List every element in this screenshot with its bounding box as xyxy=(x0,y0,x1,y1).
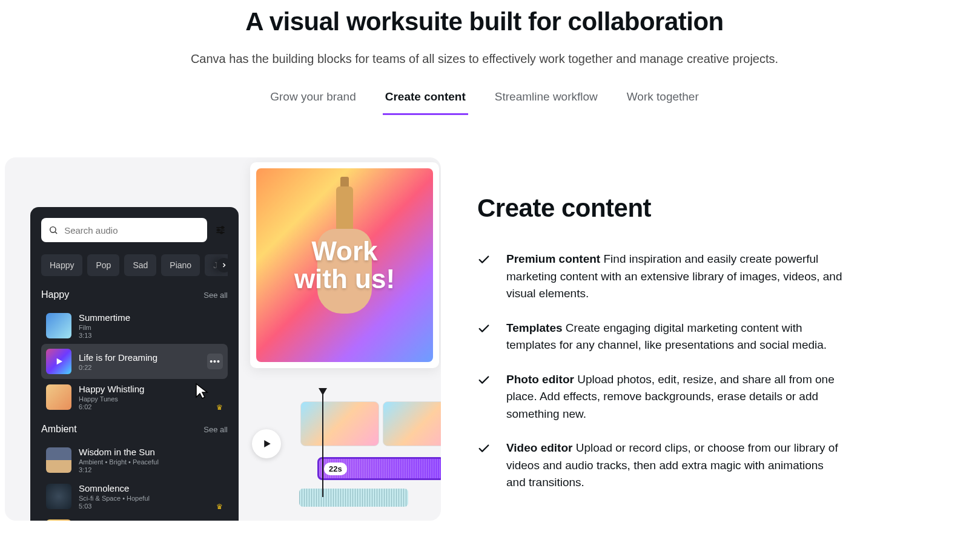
feature-text: Premium content Find inspiration and eas… xyxy=(506,251,843,303)
chip-pop[interactable]: Pop xyxy=(87,254,119,276)
tab-create-content[interactable]: Create content xyxy=(383,84,468,115)
audio-track[interactable]: Wisdom in the SunAmbient • Bright • Peac… xyxy=(41,442,228,478)
chip-sad[interactable]: Sad xyxy=(124,254,156,276)
section-title: Happy xyxy=(41,289,69,300)
audio-track[interactable]: SomnolenceSci-fi & Space • Hopeful5:03♛ xyxy=(41,478,228,515)
chip-piano[interactable]: Piano xyxy=(161,254,200,276)
check-icon xyxy=(477,374,491,389)
play-icon xyxy=(46,349,71,374)
track-meta: Sci-fi & Space • Hopeful xyxy=(79,495,223,502)
audio-track-primary[interactable]: 22s xyxy=(317,457,441,480)
track-thumbnail xyxy=(46,519,71,521)
feature-text: Video editor Upload or record clips, or … xyxy=(506,440,843,492)
sliders-icon xyxy=(214,224,227,236)
playhead-line[interactable] xyxy=(322,394,323,497)
track-duration: 3:13 xyxy=(79,332,223,339)
search-input-container[interactable] xyxy=(41,218,207,242)
audio-track-secondary[interactable] xyxy=(299,489,408,507)
svg-point-5 xyxy=(222,226,223,228)
track-thumbnail xyxy=(46,484,71,509)
feature-item: Photo editor Upload photos, edit, resize… xyxy=(477,371,843,423)
feature-item: Video editor Upload or record clips, or … xyxy=(477,440,843,492)
illustration-panel: Workwith us! HappyPopSadPianoJazzBir xyxy=(5,157,441,521)
page-subhead: Canva has the building blocks for teams … xyxy=(0,52,969,66)
feature-tabs: Grow your brandCreate contentStreamline … xyxy=(0,84,969,115)
check-icon xyxy=(477,253,491,269)
track-name: Somnolence xyxy=(79,483,223,493)
feature-text: Templates Create engaging digital market… xyxy=(506,320,843,354)
video-clip[interactable] xyxy=(300,401,379,446)
preview-text: Workwith us! xyxy=(294,237,395,293)
crown-icon: ♛ xyxy=(216,403,223,412)
chip-row: HappyPopSadPianoJazzBir xyxy=(41,254,228,276)
track-thumbnail xyxy=(46,447,71,473)
chevron-right-icon xyxy=(220,262,228,269)
svg-line-1 xyxy=(55,232,57,234)
feature-text: Photo editor Upload photos, edit, resize… xyxy=(506,371,843,423)
check-icon xyxy=(477,442,491,458)
section-title: Create content xyxy=(477,194,843,223)
chip-scroll-right[interactable] xyxy=(217,258,228,272)
track-meta: Film xyxy=(79,324,223,331)
track-duration: 6:02 xyxy=(79,403,223,410)
audio-duration-badge: 22s xyxy=(324,463,347,475)
track-duration: 0:22 xyxy=(79,364,200,371)
canvas-preview[interactable]: Workwith us! xyxy=(250,162,439,368)
feature-item: Templates Create engaging digital market… xyxy=(477,320,843,354)
page-headline: A visual worksuite built for collaborati… xyxy=(0,7,969,36)
track-name: Summertime xyxy=(79,312,223,323)
search-icon xyxy=(48,225,58,236)
section-title: Ambient xyxy=(41,424,77,435)
audio-sidebar: HappyPopSadPianoJazzBir HappySee allSumm… xyxy=(30,207,239,521)
track-name: Wisdom in the Sun xyxy=(79,447,223,457)
feature-list: Premium content Find inspiration and eas… xyxy=(477,251,843,492)
svg-point-6 xyxy=(217,229,219,231)
filter-button[interactable] xyxy=(213,223,228,237)
feature-item: Premium content Find inspiration and eas… xyxy=(477,251,843,303)
svg-point-7 xyxy=(220,232,222,234)
see-all-link[interactable]: See all xyxy=(203,425,228,434)
svg-point-0 xyxy=(50,227,56,232)
audio-track[interactable]: SummertimeFilm3:13 xyxy=(41,308,228,344)
see-all-link[interactable]: See all xyxy=(203,291,228,300)
play-button[interactable] xyxy=(252,429,281,458)
crown-icon: ♛ xyxy=(216,502,223,511)
audio-track[interactable]: Swell Ambient xyxy=(41,515,228,521)
track-more-button[interactable]: ••• xyxy=(207,354,223,369)
track-duration: 3:12 xyxy=(79,466,223,473)
track-thumbnail xyxy=(46,349,71,374)
tab-streamline-workflow[interactable]: Streamline workflow xyxy=(492,84,600,115)
play-icon xyxy=(261,438,272,449)
track-thumbnail xyxy=(46,384,71,410)
pointer-cursor-icon xyxy=(194,383,210,403)
chip-happy[interactable]: Happy xyxy=(41,254,82,276)
tab-work-together[interactable]: Work together xyxy=(624,84,701,115)
track-name: Life is for Dreaming xyxy=(79,352,200,363)
check-icon xyxy=(477,322,491,338)
track-meta: Ambient • Bright • Peaceful xyxy=(79,458,223,466)
audio-track[interactable]: Life is for Dreaming0:22••• xyxy=(41,344,228,379)
search-input[interactable] xyxy=(64,225,200,236)
track-thumbnail xyxy=(46,313,71,338)
video-clip[interactable] xyxy=(383,401,441,446)
track-duration: 5:03 xyxy=(79,502,223,510)
tab-grow-your-brand[interactable]: Grow your brand xyxy=(268,84,359,115)
